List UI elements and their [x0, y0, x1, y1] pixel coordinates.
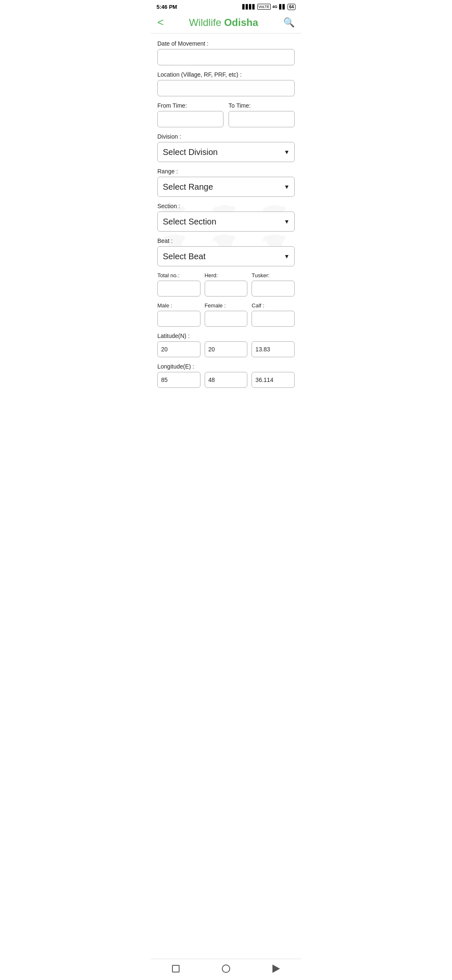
- herd-label: Herd:: [205, 272, 248, 279]
- range-group: Range : Select Range ▼: [157, 168, 295, 197]
- division-select[interactable]: Select Division: [157, 142, 295, 162]
- division-dropdown-wrapper: Select Division ▼: [157, 142, 295, 162]
- male-group: Male :: [157, 302, 200, 327]
- form-container: Date of Movement : Location (Village, RF…: [151, 34, 301, 427]
- female-input[interactable]: [205, 311, 248, 327]
- total-no-group: Total no.:: [157, 272, 200, 297]
- location-group: Location (Village, RF, PRF, etc) :: [157, 71, 295, 96]
- back-button[interactable]: <: [157, 16, 164, 29]
- total-no-input[interactable]: [157, 281, 200, 297]
- count-row-2: Male : Female : Calf :: [157, 302, 295, 327]
- count-row-1: Total no.: Herd: Tusker:: [157, 272, 295, 297]
- status-icons: ▋▋▋▋ VoLTE 4G ▋▋ 64: [242, 4, 296, 10]
- longitude-label: Longitude(E) :: [157, 363, 295, 370]
- female-group: Female :: [205, 302, 248, 327]
- date-of-movement-label: Date of Movement :: [157, 40, 295, 47]
- section-select[interactable]: Select Section: [157, 211, 295, 232]
- to-time-group: To Time:: [229, 102, 295, 127]
- lon-deg-group: [157, 372, 200, 388]
- title-bold: Odisha: [224, 17, 258, 28]
- lon-min-input[interactable]: [205, 372, 248, 388]
- location-label: Location (Village, RF, PRF, etc) :: [157, 71, 295, 78]
- calf-label: Calf :: [252, 302, 295, 309]
- beat-label: Beat :: [157, 237, 295, 244]
- tusker-group: Tusker:: [252, 272, 295, 297]
- calf-input[interactable]: [252, 311, 295, 327]
- tusker-input[interactable]: [252, 281, 295, 297]
- section-dropdown-wrapper: Select Section ▼: [157, 211, 295, 232]
- longitude-group: Longitude(E) :: [157, 363, 295, 388]
- latitude-label: Latitude(N) :: [157, 333, 295, 339]
- lat-deg-group: [157, 341, 200, 357]
- app-title: Wildlife Odisha: [189, 17, 258, 28]
- signal-icon: ▋▋▋▋: [242, 4, 256, 10]
- date-of-movement-group: Date of Movement :: [157, 40, 295, 65]
- volte-icon: VoLTE: [257, 4, 271, 10]
- from-time-label: From Time:: [157, 102, 223, 109]
- 4g-icon: 4G: [272, 5, 277, 9]
- lat-min-group: [205, 341, 248, 357]
- section-label: Section :: [157, 203, 295, 209]
- division-group: Division : Select Division ▼: [157, 133, 295, 162]
- herd-input[interactable]: [205, 281, 248, 297]
- lat-sec-input[interactable]: [252, 341, 295, 357]
- beat-group: Beat : Select Beat ▼: [157, 237, 295, 266]
- time-group: From Time: To Time:: [157, 102, 295, 127]
- header: < Wildlife Odisha 🔍: [151, 13, 301, 34]
- battery-icon: 64: [288, 4, 295, 10]
- to-time-input[interactable]: [229, 111, 295, 127]
- total-no-label: Total no.:: [157, 272, 200, 279]
- from-time-input[interactable]: [157, 111, 223, 127]
- search-icon[interactable]: 🔍: [283, 17, 295, 28]
- lon-min-group: [205, 372, 248, 388]
- range-label: Range :: [157, 168, 295, 175]
- status-bar: 5:46 PM ▋▋▋▋ VoLTE 4G ▋▋ 64: [151, 0, 301, 13]
- lon-sec-group: [252, 372, 295, 388]
- signal2-icon: ▋▋: [279, 4, 286, 10]
- status-time: 5:46 PM: [157, 4, 177, 10]
- title-start: Wildlife: [189, 17, 224, 28]
- male-label: Male :: [157, 302, 200, 309]
- lat-deg-input[interactable]: [157, 341, 200, 357]
- female-label: Female :: [205, 302, 248, 309]
- range-select[interactable]: Select Range: [157, 177, 295, 197]
- to-time-label: To Time:: [229, 102, 295, 109]
- location-input[interactable]: [157, 80, 295, 96]
- lat-min-input[interactable]: [205, 341, 248, 357]
- range-dropdown-wrapper: Select Range ▼: [157, 177, 295, 197]
- calf-group: Calf :: [252, 302, 295, 327]
- tusker-label: Tusker:: [252, 272, 295, 279]
- division-label: Division :: [157, 133, 295, 140]
- male-input[interactable]: [157, 311, 200, 327]
- date-of-movement-input[interactable]: [157, 49, 295, 65]
- lon-sec-input[interactable]: [252, 372, 295, 388]
- section-group: Section : Select Section ▼: [157, 203, 295, 232]
- latitude-group: Latitude(N) :: [157, 333, 295, 357]
- beat-select[interactable]: Select Beat: [157, 246, 295, 266]
- beat-dropdown-wrapper: Select Beat ▼: [157, 246, 295, 266]
- lat-sec-group: [252, 341, 295, 357]
- lon-deg-input[interactable]: [157, 372, 200, 388]
- from-time-group: From Time:: [157, 102, 223, 127]
- herd-group: Herd:: [205, 272, 248, 297]
